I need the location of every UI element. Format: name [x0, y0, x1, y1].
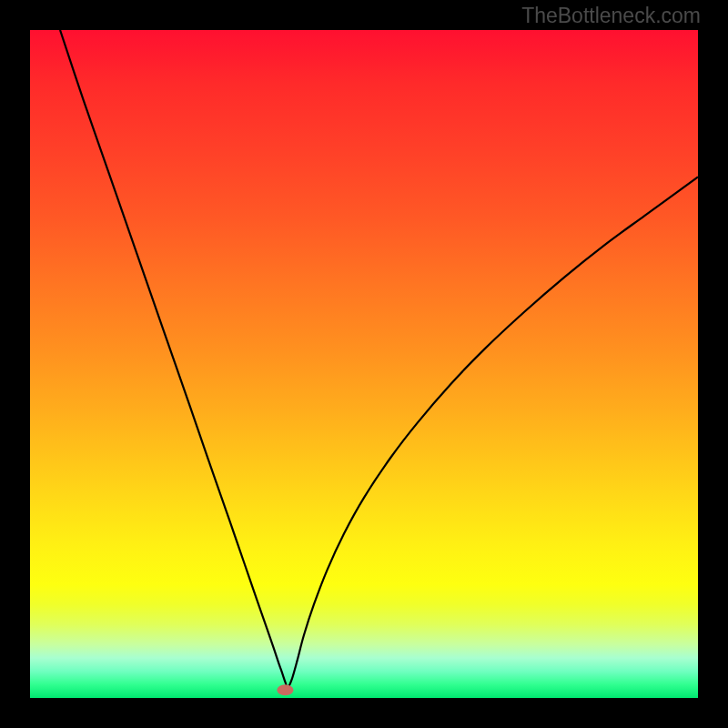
- optimal-point-marker: [277, 684, 293, 695]
- bottleneck-curve: [60, 30, 698, 687]
- chart-plot-area: [30, 30, 698, 698]
- attribution-text: TheBottleneck.com: [521, 4, 701, 28]
- chart-svg: [30, 30, 698, 698]
